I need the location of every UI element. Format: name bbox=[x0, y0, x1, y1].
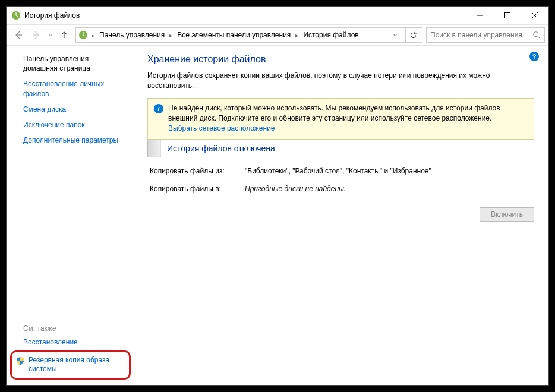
main-content: ? Хранение истории файлов История файлов… bbox=[134, 46, 548, 385]
back-button[interactable] bbox=[10, 27, 27, 43]
highlighted-link-box: Резервная копия образа системы bbox=[10, 350, 131, 380]
info-box: i Не найден диск, который можно использо… bbox=[147, 98, 534, 140]
sidebar-home-link[interactable]: Панель управления — домашняя страница bbox=[23, 54, 128, 73]
toolbar: ▸ Панель управления ▸ Все элементы панел… bbox=[7, 24, 548, 46]
copy-from-value: "Библиотеки", "Рабочий стол", "Контакты"… bbox=[245, 167, 532, 175]
shield-icon bbox=[15, 356, 25, 366]
status-text: История файлов отключена bbox=[161, 140, 281, 157]
close-button[interactable] bbox=[521, 7, 548, 24]
see-also-system-image-backup[interactable]: Резервная копия образа системы bbox=[29, 356, 123, 374]
status-gradient bbox=[148, 140, 161, 157]
recent-locations-button[interactable] bbox=[46, 27, 55, 43]
sidebar-link-advanced[interactable]: Дополнительные параметры bbox=[23, 135, 128, 145]
breadcrumb-item[interactable]: Все элементы панели управления bbox=[176, 31, 292, 39]
control-panel-icon bbox=[78, 30, 88, 40]
copy-from-label: Копировать файлы из: bbox=[150, 167, 245, 175]
info-icon: i bbox=[154, 104, 163, 113]
app-icon bbox=[11, 11, 21, 20]
refresh-button[interactable] bbox=[405, 27, 421, 43]
address-dropdown-button[interactable] bbox=[390, 33, 401, 37]
svg-rect-2 bbox=[505, 13, 510, 18]
address-bar[interactable]: ▸ Панель управления ▸ Все элементы панел… bbox=[75, 27, 422, 43]
chevron-right-icon[interactable]: ▸ bbox=[90, 32, 96, 39]
copy-to-label: Копировать файлы в: bbox=[150, 185, 245, 193]
maximize-button[interactable] bbox=[494, 7, 521, 24]
sidebar-link-change-drive[interactable]: Смена диска bbox=[23, 105, 128, 114]
search-input[interactable] bbox=[430, 31, 532, 39]
info-message: Не найден диск, который можно использова… bbox=[168, 104, 500, 122]
enable-button[interactable]: Включить bbox=[480, 207, 534, 222]
breadcrumb-item[interactable]: Панель управления bbox=[98, 31, 166, 39]
forward-button[interactable] bbox=[28, 27, 45, 43]
copy-to-row: Копировать файлы в: Пригодные диски не н… bbox=[147, 185, 534, 193]
minimize-button[interactable] bbox=[466, 7, 494, 24]
copy-from-row: Копировать файлы из: "Библиотеки", "Рабо… bbox=[147, 167, 534, 175]
see-also-recovery[interactable]: Восстановление bbox=[23, 337, 128, 347]
page-description: История файлов сохраняет копии ваших фай… bbox=[147, 71, 528, 91]
sidebar: Панель управления — домашняя страница Во… bbox=[7, 46, 134, 385]
help-icon[interactable]: ? bbox=[529, 52, 539, 61]
breadcrumb-item[interactable]: История файлов bbox=[302, 31, 360, 39]
search-icon[interactable] bbox=[532, 31, 541, 39]
select-network-location-link[interactable]: Выбрать сетевое расположение bbox=[168, 124, 275, 132]
page-title: Хранение истории файлов bbox=[147, 54, 534, 65]
see-also-header: См. также bbox=[23, 324, 128, 333]
up-button[interactable] bbox=[56, 27, 72, 43]
copy-to-value: Пригодные диски не найдены. bbox=[245, 185, 532, 193]
chevron-right-icon[interactable]: ▸ bbox=[294, 32, 299, 39]
titlebar: История файлов bbox=[7, 7, 548, 24]
svg-line-9 bbox=[538, 36, 540, 39]
search-box[interactable] bbox=[426, 27, 545, 43]
chevron-right-icon[interactable]: ▸ bbox=[168, 32, 174, 39]
svg-point-8 bbox=[534, 32, 538, 37]
status-bar: История файлов отключена bbox=[147, 140, 534, 157]
window: История файлов ▸ Панель управления ▸ Все… bbox=[6, 6, 549, 386]
window-title: История файлов bbox=[24, 11, 80, 20]
sidebar-link-exclude-folders[interactable]: Исключение папок bbox=[23, 120, 128, 129]
sidebar-link-restore[interactable]: Восстановление личных файлов bbox=[23, 79, 128, 98]
